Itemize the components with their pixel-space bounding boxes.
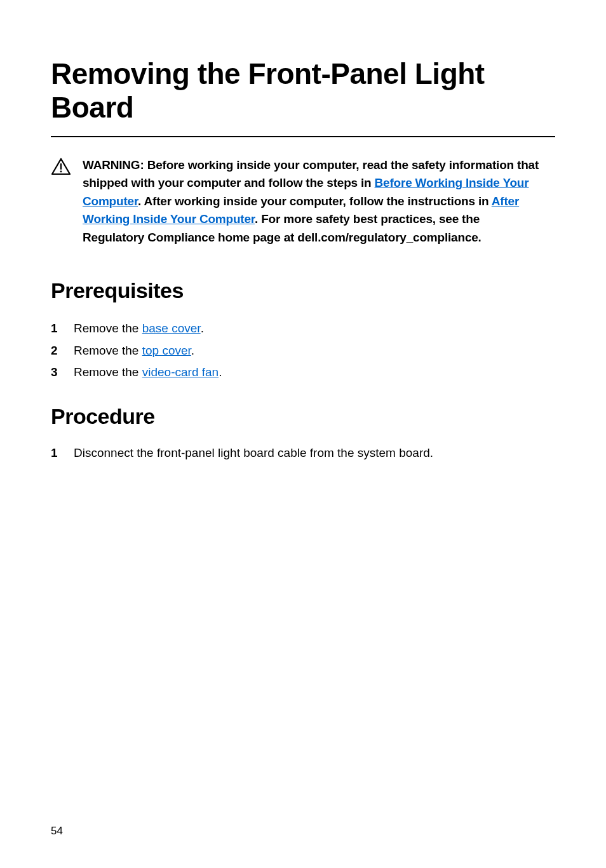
procedure-list: Disconnect the front-panel light board c… [51,444,555,463]
list-item: Remove the video-card fan. [51,362,555,383]
video-card-fan-link[interactable]: video-card fan [142,365,219,379]
warning-text: WARNING: Before working inside your comp… [83,156,542,247]
item-prefix: Remove the [74,365,142,379]
item-suffix: . [191,344,194,357]
item-prefix: Remove the [74,322,142,335]
procedure-step-text: Disconnect the front-panel light board c… [74,444,433,463]
warning-mid1: . After working inside your computer, fo… [138,194,492,208]
prerequisites-heading: Prerequisites [51,278,555,303]
page-title: Removing the Front-Panel Light Board [51,57,555,125]
prerequisites-list: Remove the base cover. Remove the top co… [51,318,555,383]
warning-block: WARNING: Before working inside your comp… [51,156,555,247]
list-item: Disconnect the front-panel light board c… [51,444,555,463]
base-cover-link[interactable]: base cover [142,322,201,335]
svg-point-1 [60,170,62,172]
item-prefix: Remove the [74,344,142,357]
item-suffix: . [219,365,222,379]
item-suffix: . [201,322,204,335]
warning-triangle-icon [51,158,71,178]
page-number: 54 [51,825,63,837]
top-cover-link[interactable]: top cover [142,344,191,357]
list-item: Remove the base cover. [51,318,555,339]
procedure-heading: Procedure [51,404,555,429]
title-divider [51,136,555,137]
list-item: Remove the top cover. [51,341,555,361]
